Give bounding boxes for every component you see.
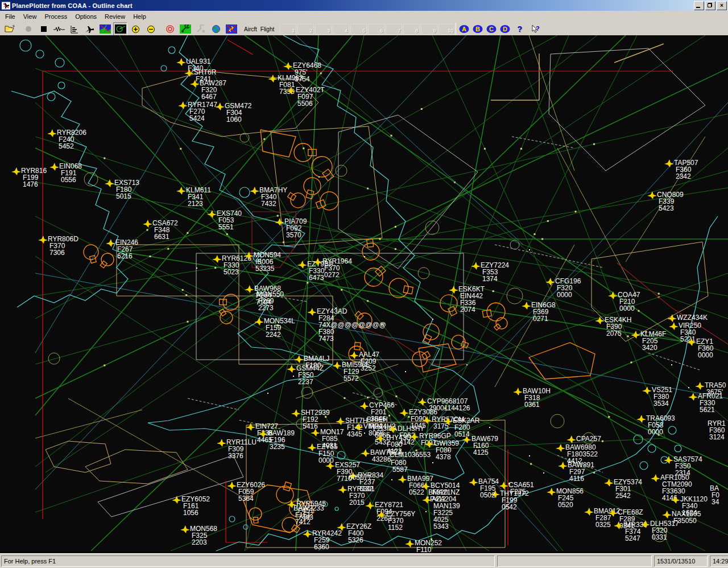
toolbar-page-button-4[interactable]: 4 (333, 24, 349, 35)
options-wrench-disabled-button[interactable] (193, 22, 208, 36)
aircraft-label[interactable]: EZY7224F3531374 (471, 261, 509, 283)
aircraft-label[interactable]: AZA204MAN139F322540255343 (422, 495, 460, 530)
svg-text:5247: 5247 (625, 534, 640, 542)
radar-scope-button[interactable] (113, 22, 127, 36)
minimize-button[interactable] (694, 1, 704, 10)
aircraft-label[interactable]: MON534LF1592242 (254, 317, 295, 339)
aircraft-label[interactable]: BAW679F1604125 (462, 435, 498, 456)
aircraft-label[interactable]: EZY6052F1611056 (172, 495, 210, 517)
aircraft-label[interactable]: VS251F3803534 (642, 386, 672, 408)
svg-text:5506: 5506 (297, 100, 313, 108)
aircraft-label[interactable]: RYR806DF3707306 (38, 235, 78, 257)
aircraft-label[interactable]: BMA7HYF3407432 (250, 186, 287, 208)
toolbar-page-button-10[interactable]: 10 (439, 24, 455, 35)
chart-area[interactable]: UAL931F340SHT6RF241BAW287F3206467RYR1747… (0, 35, 728, 553)
aircraft-label[interactable]: MON252F110 (405, 539, 442, 553)
menu-item-review[interactable]: Review (101, 12, 129, 21)
aircraft-label[interactable]: EZY55F1500000 (307, 443, 338, 464)
aircft-label-button[interactable]: Aircft (242, 23, 259, 35)
toolbar-view-button-d[interactable]: D (498, 23, 512, 35)
signal-levels-button[interactable] (67, 22, 81, 36)
aircraft-label[interactable]: BAW2233F1517412 (293, 504, 324, 526)
aircraft-label[interactable]: BAW891F2974116 (558, 461, 594, 483)
aircraft-label[interactable]: THY1972F1990542 (490, 489, 529, 511)
stop-button[interactable] (36, 22, 51, 36)
close-button[interactable]: × (717, 1, 727, 10)
menu-item-file[interactable]: File (1, 12, 19, 21)
aircraft-label[interactable]: GSM44ZF3502237 (287, 364, 324, 386)
aircraft-label[interactable]: KLM611F3412123 (176, 186, 211, 208)
toolbar-page-button-1[interactable]: 1 (280, 24, 296, 35)
svg-text:1056: 1056 (183, 509, 198, 517)
toolbar-page-button-5[interactable]: 5 (350, 24, 367, 35)
aircraft-label[interactable]: MON568F3252203 (180, 525, 217, 546)
aircraft-label[interactable]: EXS740F0535551 (207, 209, 242, 231)
status-utc-clock: 14:29:43UTC (710, 555, 728, 567)
aircraft-label[interactable]: AFR021F3305621 (688, 392, 723, 414)
aircraft-label[interactable]: GSM472F3041060 (215, 102, 252, 124)
help-button[interactable]: ? (512, 22, 527, 36)
aircraft-label[interactable]: EIN6G8F3690271 (522, 301, 556, 323)
toolbar-page-button-6[interactable]: 6 (368, 24, 384, 35)
toolbar-page-button-7[interactable]: 7 (386, 24, 402, 35)
toolbar-page-button-3[interactable]: 3 (315, 24, 332, 35)
aircraft-label[interactable]: RYR8206F2405452 (47, 129, 86, 150)
aircraft-label[interactable]: DLH5317F3200331 (640, 520, 679, 541)
aircraft-label[interactable]: 605071 (349, 474, 371, 481)
aircraft-label[interactable]: EZY43ADF28474X@@@@@@@@F3807473 (307, 307, 386, 343)
menu-item-options[interactable]: Options (71, 12, 101, 21)
aircraft-label[interactable]: KLM46FF2053420 (631, 330, 666, 352)
open-file-button[interactable] (2, 22, 16, 36)
aircraft-label[interactable]: BAF034 (710, 484, 719, 506)
restore-button[interactable] (705, 1, 715, 10)
context-help-button[interactable]: ? (528, 22, 542, 36)
zoom-out-button[interactable] (144, 22, 158, 36)
menu-item-view[interactable]: View (19, 12, 41, 21)
aircraft-label[interactable]: BAW287F3206467 (190, 79, 226, 101)
aircraft-label[interactable]: RYR6126F3305023 (212, 254, 251, 276)
svg-text:3235: 3235 (270, 443, 285, 451)
title-bar[interactable]: PlanePlotter from COAA - Outline chart × (0, 0, 728, 11)
toolbar-page-button-9[interactable]: 9 (421, 24, 437, 35)
aircraft-label[interactable]: MON856F2450520 (547, 487, 584, 509)
chart-map-button[interactable] (98, 22, 112, 36)
aircraft-label[interactable]: CPA257 (566, 435, 601, 443)
aircraft-label[interactable]: RYR1747F2705424 (178, 101, 217, 122)
record-button[interactable] (21, 22, 35, 36)
aircraft-label[interactable]: CLM1036553 (390, 451, 431, 459)
globe-button[interactable] (209, 22, 223, 36)
network-transfer-button[interactable] (224, 22, 238, 36)
toolbar-page-button-8[interactable]: 8 (403, 24, 420, 35)
toolbar-view-button-c[interactable]: C (485, 23, 498, 35)
zoom-out-icon (147, 25, 155, 34)
menu-item-process[interactable]: Process (40, 12, 71, 21)
aircraft-label[interactable]: EZY1F3600000 (686, 337, 714, 359)
toolbar-view-button-a[interactable]: A (457, 23, 471, 35)
aircraft-label[interactable]: PIA709F0923570 (275, 217, 307, 239)
toolbar-page-button-2[interactable]: 2 (297, 24, 314, 35)
aircraft-label[interactable]: EIN246F2676216 (106, 238, 138, 260)
aircraft-label[interactable]: RYR816F1991476 (11, 167, 47, 188)
aircraft-label[interactable]: CNQ809F3395423 (647, 191, 684, 212)
page-number-label: 4 (345, 28, 348, 34)
aircraft-label[interactable]: COA47F2100000 (608, 291, 640, 312)
waveform-button[interactable] (52, 22, 66, 36)
zoom-in-button[interactable] (129, 22, 143, 36)
aircraft-label[interactable]: BA754F1950502 (469, 478, 499, 499)
aircraft-view-button[interactable] (82, 22, 97, 36)
aircraft-label[interactable]: RYR1F3603124 (708, 419, 726, 441)
aircraft-label[interactable]: RYR11LUF3093376 (217, 438, 257, 460)
aircraft-label[interactable]: EIN068F1910556 (49, 162, 82, 184)
menu-item-help[interactable]: Help (129, 12, 150, 21)
aircraft-label[interactable]: MON550F2692273 (257, 290, 284, 312)
aircraft-label[interactable]: BMA912F2870325 (584, 507, 620, 529)
options-wrench-button[interactable] (178, 22, 192, 36)
aircraft-label[interactable]: WZZ434K (667, 314, 708, 322)
toolbar-view-button-b[interactable]: B (471, 23, 485, 35)
svg-text:5326: 5326 (348, 536, 363, 544)
aircraft-label[interactable]: IMR333F3745247 (614, 521, 647, 542)
aircraft-label[interactable]: F0805587 (391, 459, 408, 474)
flight-label-button[interactable]: Flight (259, 23, 276, 35)
aircraft-label[interactable]: EZY5374F3012542 (604, 478, 642, 500)
target-rings-button[interactable] (163, 22, 177, 36)
